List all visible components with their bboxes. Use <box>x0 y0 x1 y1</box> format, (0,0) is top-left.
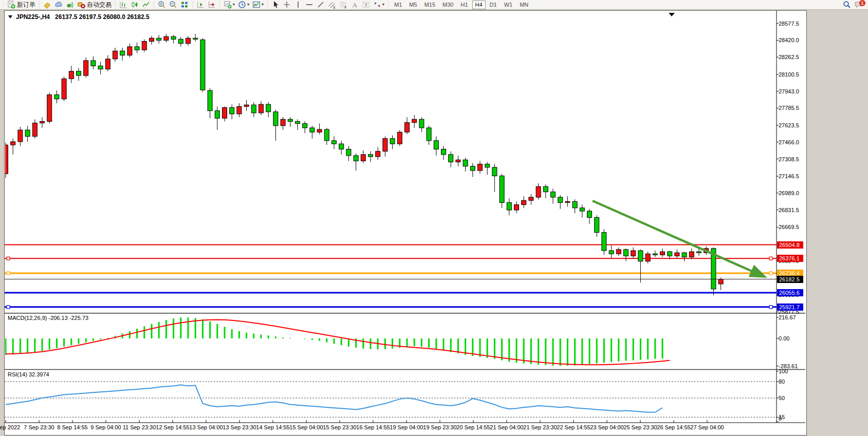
candle-body <box>266 104 271 112</box>
candle-body <box>427 128 431 141</box>
chevron-down-icon[interactable]: ▾ <box>233 3 235 7</box>
chart-canvas[interactable] <box>5 11 806 435</box>
candle-body <box>558 197 563 202</box>
price-tick-label: 27146.5 <box>779 173 805 180</box>
autotrading-button[interactable]: 自动交易 <box>76 1 113 9</box>
line-handle[interactable] <box>7 257 10 260</box>
chevron-down-icon[interactable]: ▾ <box>382 3 384 7</box>
trend-arrow[interactable] <box>593 201 767 278</box>
candle-body <box>77 71 81 75</box>
chart-shift-button[interactable] <box>195 1 206 9</box>
candle-body <box>470 166 475 170</box>
candle-body <box>346 149 351 155</box>
candle-body <box>215 111 219 119</box>
new-order-icon <box>7 1 15 9</box>
zoom-out-icon <box>169 1 177 9</box>
text-button[interactable]: A <box>349 1 360 9</box>
candle-body <box>478 164 483 170</box>
line-handle[interactable] <box>7 306 10 309</box>
timeframe-d1[interactable]: D1 <box>487 1 500 9</box>
zoom-in-button[interactable] <box>156 1 168 9</box>
signal-icon <box>66 1 74 9</box>
candle-body <box>602 233 606 251</box>
arrows-button[interactable]: ▾ <box>372 1 386 9</box>
candle-body <box>390 139 395 144</box>
toolbar-group: ▾▾▾ <box>222 1 265 9</box>
timeframe-mn[interactable]: MN <box>516 1 531 9</box>
line-handle[interactable] <box>769 257 772 260</box>
candle-body <box>551 192 556 197</box>
signals-button[interactable] <box>64 1 76 9</box>
toolbar-group <box>195 1 217 9</box>
timeframe-h1[interactable]: H1 <box>457 1 471 9</box>
cursor-button[interactable] <box>270 1 281 9</box>
time-axis-label: 19 Sep 04:00 <box>389 424 424 430</box>
time-axis-label: 25 Sep 23:30 <box>622 424 658 430</box>
candle-body <box>251 105 256 113</box>
macd-axis-label: 0.00 <box>779 335 805 342</box>
fibonacci-icon: F <box>339 1 347 9</box>
hline-button[interactable] <box>304 1 315 9</box>
period-button[interactable]: ▾ <box>236 1 251 9</box>
candle-body <box>164 36 169 40</box>
text-icon: A <box>350 1 359 9</box>
candle-chart-button[interactable] <box>129 1 140 9</box>
line-handle[interactable] <box>7 272 10 275</box>
time-axis-label: 13 Sep 23:30 <box>221 424 257 430</box>
line-handle[interactable] <box>769 306 772 309</box>
chevron-down-icon[interactable]: ▾ <box>262 3 264 7</box>
label-button[interactable]: T <box>360 1 372 9</box>
timeframe-m15[interactable]: M15 <box>421 1 438 9</box>
timeframe-w1[interactable]: W1 <box>501 1 516 9</box>
timeframe-m30[interactable]: M30 <box>439 1 456 9</box>
timeframe-h4[interactable]: H4 <box>472 1 486 9</box>
chat-button[interactable]: 1 <box>853 1 864 9</box>
candle-body <box>376 151 380 157</box>
tile-windows-button[interactable] <box>179 1 190 9</box>
trendline-button[interactable] <box>315 1 326 9</box>
line-handle[interactable] <box>769 272 772 275</box>
crosshair-button[interactable] <box>281 1 292 9</box>
symbol-dropdown-icon[interactable] <box>8 15 12 18</box>
auto-scroll-button[interactable] <box>206 1 217 9</box>
price-tick-label: 28420.0 <box>779 36 805 44</box>
notification-badge: 1 <box>859 0 865 6</box>
ohlc-values: 26137.5 26197.5 26080.0 26182.5 <box>55 13 150 21</box>
timeframe-m5[interactable]: M5 <box>406 1 420 9</box>
line-chart-button[interactable] <box>140 1 152 9</box>
candle-body <box>441 149 446 154</box>
current-price-tag: 26182.5 <box>777 276 803 283</box>
macd-axis-label: 216.67 <box>779 314 805 321</box>
zoom-out-button[interactable] <box>168 1 179 9</box>
new-order-button[interactable]: 新订单 <box>6 1 37 9</box>
line-chart-icon <box>142 1 150 9</box>
chevron-down-icon[interactable]: ▾ <box>247 3 249 7</box>
vline-button[interactable] <box>292 1 304 9</box>
new-chart-button[interactable]: ▾ <box>222 1 236 9</box>
candle-body <box>259 104 264 113</box>
candle-body <box>412 119 417 122</box>
candle-body <box>339 144 344 149</box>
candle-body <box>288 119 292 121</box>
channel-icon: E <box>328 1 336 9</box>
time-axis-label: 8 Sep 14:55 <box>54 424 90 430</box>
rsi-axis-label: 50 <box>779 394 805 402</box>
toolbar-group: 自动交易 <box>42 1 113 9</box>
time-axis-label: 9 Sep 04:00 <box>88 424 124 430</box>
candle-body <box>689 252 694 257</box>
candle-body <box>718 279 723 284</box>
chart-window[interactable]: JPN225-,H4 26137.5 26197.5 26080.0 26182… <box>4 10 807 435</box>
channel-button[interactable]: E <box>326 1 338 9</box>
metaeditor-button[interactable] <box>42 1 53 9</box>
candle-body <box>113 51 118 59</box>
macd-panel <box>6 317 670 366</box>
timeframe-m1[interactable]: M1 <box>391 1 405 9</box>
chart-shift-icon <box>196 1 205 9</box>
search-button[interactable] <box>841 1 853 9</box>
time-axis-label: 13 Sep 04:00 <box>188 424 224 430</box>
market-watch-button[interactable] <box>53 1 64 9</box>
bar-chart-button[interactable] <box>118 1 129 9</box>
template-button[interactable]: ▾ <box>251 1 265 9</box>
fibonacci-button[interactable]: F <box>338 1 349 9</box>
macd-label: MACD(12,26,9) -206.13 -225.73 <box>8 315 88 321</box>
